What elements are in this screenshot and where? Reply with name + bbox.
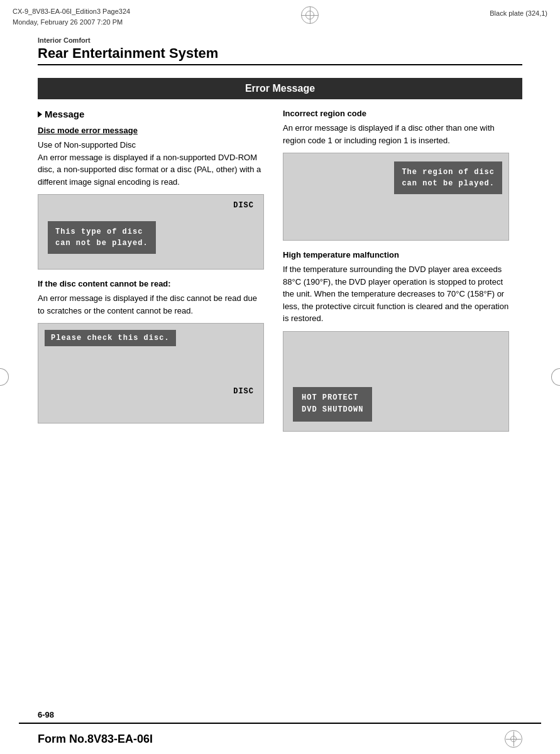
high-temp-heading: High temperature malfunction — [283, 250, 509, 260]
page-header: CX-9_8V83-EA-06I_Edition3 Page324 Monday… — [0, 0, 560, 30]
header-left: CX-9_8V83-EA-06I_Edition3 Page324 Monday… — [13, 6, 130, 27]
disc-screen-label: DISC — [45, 201, 257, 210]
check-disc-inner: Please check this disc. DISC — [45, 330, 257, 399]
header-doc-info-line1: CX-9_8V83-EA-06I_Edition3 Page324 — [13, 6, 130, 17]
triangle-icon — [38, 111, 42, 117]
region-screen: The region of disc can not be played. — [283, 153, 509, 241]
header-right: Black plate (324,1) — [490, 6, 547, 17]
left-binding-mark — [0, 368, 9, 386]
disc-screen-inner: This type of disc can not be played. — [45, 213, 257, 260]
cannot-read-body: An error message is displayed if the dis… — [38, 292, 264, 317]
registration-mark — [301, 6, 319, 24]
disc-mode-screen: DISC This type of disc can not be played… — [38, 194, 264, 270]
right-column: Incorrect region code An error message i… — [283, 109, 509, 441]
header-center-mark — [301, 6, 319, 24]
region-heading: Incorrect region code — [283, 109, 509, 118]
header-doc-info-line2: Monday, February 26 2007 7:20 PM — [13, 17, 130, 28]
disc-screen-message: This type of disc can not be played. — [48, 221, 156, 254]
message-heading-text: Message — [45, 109, 84, 119]
page-footer: 6-98 Form No.8V83-EA-06I — [0, 704, 560, 754]
page-number: 6-98 — [0, 704, 560, 723]
check-disc-screen: Please check this disc. DISC — [38, 323, 264, 423]
content-columns: Message Disc mode error message Use of N… — [38, 109, 522, 441]
region-body: An error message is displayed if a disc … — [283, 122, 509, 146]
error-message-banner: Error Message — [38, 78, 522, 99]
region-screen-message: The region of disc can not be played. — [394, 161, 502, 194]
footer-form-row: Form No.8V83-EA-06I — [0, 724, 560, 754]
check-disc-message: Please check this disc. — [45, 330, 176, 346]
disc-mode-body: Use of Non-supported Disc An error messa… — [38, 139, 264, 188]
left-column: Message Disc mode error message Use of N… — [38, 109, 264, 441]
disc-mode-heading: Disc mode error message — [38, 126, 264, 135]
hot-protect-screen: HOT PROTECT DVD SHUTDOWN — [283, 331, 509, 432]
check-disc-label: DISC — [233, 387, 254, 396]
right-binding-mark — [551, 368, 560, 386]
hot-protect-message: HOT PROTECT DVD SHUTDOWN — [293, 387, 372, 421]
footer-registration-mark — [505, 730, 522, 748]
title-divider — [38, 64, 522, 65]
message-heading: Message — [38, 109, 264, 119]
section-label: Interior Comfort — [38, 36, 560, 44]
cannot-read-heading: If the disc content cannot be read: — [38, 279, 264, 288]
form-number: Form No.8V83-EA-06I — [38, 733, 153, 746]
high-temp-body: If the temperature surrounding the DVD p… — [283, 263, 509, 325]
section-title: Rear Entertainment System — [38, 45, 560, 62]
